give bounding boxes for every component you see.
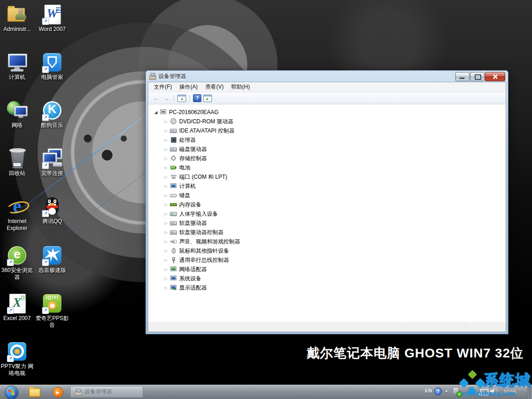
chevron-right-icon[interactable]: ▷ xyxy=(163,249,169,253)
tree-item-computer[interactable]: ▷ 计算机 xyxy=(153,181,506,191)
network-adapter-icon xyxy=(170,266,177,272)
close-button[interactable] xyxy=(485,72,505,81)
tree-item-floppy-drive[interactable]: ▷ 软盘驱动器 xyxy=(153,218,506,228)
icon-label: 电脑管家 xyxy=(35,74,69,81)
tree-item-memory[interactable]: ▷ 内存设备 xyxy=(153,200,506,209)
chevron-right-icon[interactable]: ▷ xyxy=(163,277,169,281)
chevron-right-icon[interactable]: ▷ xyxy=(163,267,169,272)
icon-label: 迅雷极速版 xyxy=(35,267,69,274)
icon-label: Internet Explorer xyxy=(0,218,34,232)
title-bar[interactable]: 设备管理器 xyxy=(146,71,508,82)
chevron-right-icon[interactable]: ▷ xyxy=(163,166,169,170)
tree-item-dvd[interactable]: ▷ DVD/CD-ROM 驱动器 xyxy=(153,117,506,126)
chevron-right-icon[interactable]: ▷ xyxy=(163,221,169,225)
chevron-right-icon[interactable]: ▷ xyxy=(163,286,169,290)
icon-label: PPTV聚力 网络电视 xyxy=(0,363,34,377)
desktop-icon-word-2007[interactable]: W ↗ Word 2007 xyxy=(35,4,69,33)
tree-item-audio[interactable]: ▷ 声音、视频和游戏控制器 xyxy=(153,237,506,246)
tree-item-hid[interactable]: ▷ 人体学输入设备 xyxy=(153,209,506,218)
ide-controller-icon xyxy=(170,127,177,134)
chevron-right-icon[interactable]: ▷ xyxy=(163,258,169,262)
task-button-device-manager[interactable]: 设备管理器 xyxy=(70,386,143,398)
minimize-button[interactable] xyxy=(455,72,470,81)
computer-icon xyxy=(170,183,177,189)
forward-icon[interactable]: → xyxy=(162,94,170,102)
desktop-icon-qq[interactable]: ↗ 腾讯QQ xyxy=(35,196,69,225)
memory-icon xyxy=(170,201,177,208)
chevron-right-icon[interactable]: ▷ xyxy=(163,212,169,216)
menu-view[interactable]: 查看(V) xyxy=(201,82,227,92)
icon-label: 腾讯QQ xyxy=(35,218,69,225)
tree-item-usb[interactable]: ▷ 通用串行总线控制器 xyxy=(153,255,506,265)
chevron-right-icon[interactable]: ▷ xyxy=(163,184,169,188)
status-separator xyxy=(466,324,466,331)
tree-item-network-adapter[interactable]: ▷ 网络适配器 xyxy=(153,265,506,274)
chevron-right-icon[interactable]: ▷ xyxy=(163,203,169,207)
desktop-icon-thunder[interactable]: ↗ 迅雷极速版 xyxy=(35,245,69,274)
menu-action[interactable]: 操作(A) xyxy=(175,82,201,92)
tree-item-mouse[interactable]: ▷ 鼠标和其他指针设备 xyxy=(153,246,506,255)
tree-item-processor[interactable]: ▷ 处理器 xyxy=(153,135,506,145)
desktop-icon-pptv[interactable]: ↗ PPTV聚力 网络电视 xyxy=(0,341,34,377)
keyboard-icon xyxy=(170,192,177,199)
chevron-right-icon[interactable]: ▷ xyxy=(163,147,169,151)
tree-item-display-adapter[interactable]: ▷ 显示适配器 xyxy=(153,283,506,292)
chevron-right-icon[interactable]: ▷ xyxy=(163,193,169,198)
maximize-button[interactable] xyxy=(470,72,484,81)
chevron-right-icon[interactable]: ▷ xyxy=(163,175,169,179)
tree-item-keyboard[interactable]: ▷ 键盘 xyxy=(153,191,506,200)
desktop-icon-internet-explorer[interactable]: e Internet Explorer xyxy=(0,196,34,232)
chevron-right-icon[interactable]: ▷ xyxy=(163,138,169,142)
hidden-icons-chevron[interactable]: ▲ xyxy=(445,389,448,393)
tree-item-storage[interactable]: ▷ 存储控制器 xyxy=(153,154,506,163)
desktop-icon-iqiyi-pps[interactable]: iQIYI ↗ 爱奇艺PPS影音 xyxy=(35,293,69,329)
word-icon: W ↗ xyxy=(42,4,63,25)
kugou-icon: K ↗ xyxy=(42,100,63,121)
desktop-icon-kugou[interactable]: K ↗ 酷狗音乐 xyxy=(35,100,69,129)
windows-logo-icon xyxy=(8,389,14,395)
tree-item-system-devices[interactable]: ▷ 系统设备 xyxy=(153,274,506,283)
tree-item-floppy-controller[interactable]: ▷ 软盘驱动器控制器 xyxy=(153,228,506,237)
desktop-icon-computer[interactable]: 计算机 xyxy=(0,52,34,81)
desktop-icon-broadband[interactable]: ↗ 宽带连接 xyxy=(35,148,69,177)
status-bar xyxy=(148,322,506,332)
console-tree-icon[interactable]: ◂ xyxy=(177,95,186,102)
language-indicator[interactable]: EN xyxy=(425,388,432,393)
desktop-icon-excel-2007[interactable]: X ↗ Excel 2007 xyxy=(0,293,34,322)
shortcut-arrow-icon: ↗ xyxy=(42,210,49,217)
tree-item-ports[interactable]: ▷ 端口 (COM 和 LPT) xyxy=(153,172,506,181)
media-player-taskbar-icon[interactable]: ▶ xyxy=(53,387,63,398)
menu-help[interactable]: 帮助(H) xyxy=(227,82,254,92)
help-icon[interactable]: ? xyxy=(193,94,201,102)
shortcut-arrow-icon: ↗ xyxy=(42,307,49,314)
disk-drive-icon xyxy=(170,146,177,152)
chevron-right-icon[interactable]: ▷ xyxy=(163,230,169,235)
desktop-icon-recycle-bin[interactable]: 回收站 xyxy=(0,148,34,177)
shield-icon: ↗ xyxy=(42,52,63,73)
chevron-right-icon[interactable]: ▷ xyxy=(163,120,169,124)
action-pane-icon[interactable]: ▸ xyxy=(203,95,212,102)
menu-file[interactable]: 文件(F) xyxy=(150,82,175,92)
chevron-right-icon[interactable]: ▷ xyxy=(163,240,169,244)
start-button[interactable] xyxy=(5,386,18,399)
desktop-icon-network[interactable]: 网络 xyxy=(0,100,34,129)
explorer-taskbar-icon[interactable] xyxy=(29,388,41,397)
desktop-icon-pc-manager[interactable]: ↗ 电脑管家 xyxy=(35,52,69,81)
ports-icon xyxy=(170,174,177,180)
icon-label: 酷狗音乐 xyxy=(35,122,69,129)
chevron-expanded-icon[interactable]: ◢ xyxy=(153,110,159,115)
help-tray-icon[interactable]: ? xyxy=(434,387,442,395)
tree-item-disk[interactable]: ▷ 磁盘驱动器 xyxy=(153,145,506,154)
icon-label: 计算机 xyxy=(0,74,34,81)
computer-icon xyxy=(6,52,28,73)
tree-item-battery[interactable]: ▷ 电池 xyxy=(153,163,506,172)
chevron-right-icon[interactable]: ▷ xyxy=(163,157,169,161)
chevron-right-icon[interactable]: ▷ xyxy=(163,129,169,133)
tree-item-ide[interactable]: ▷ IDE ATA/ATAPI 控制器 xyxy=(153,126,506,135)
tree-root[interactable]: ◢ PC-20160620EAAG xyxy=(153,108,506,117)
desktop-icon-administrator[interactable]: Administr... xyxy=(0,4,34,33)
edition-banner: 戴尔笔记本电脑 GHOST WIN7 32位 xyxy=(307,345,524,362)
desktop-icon-360-browser[interactable]: e ↗ 360安全浏览器 xyxy=(0,245,34,281)
toolbar: ← → ◂ ? ▸ xyxy=(148,92,506,104)
back-icon[interactable]: ← xyxy=(152,94,160,102)
